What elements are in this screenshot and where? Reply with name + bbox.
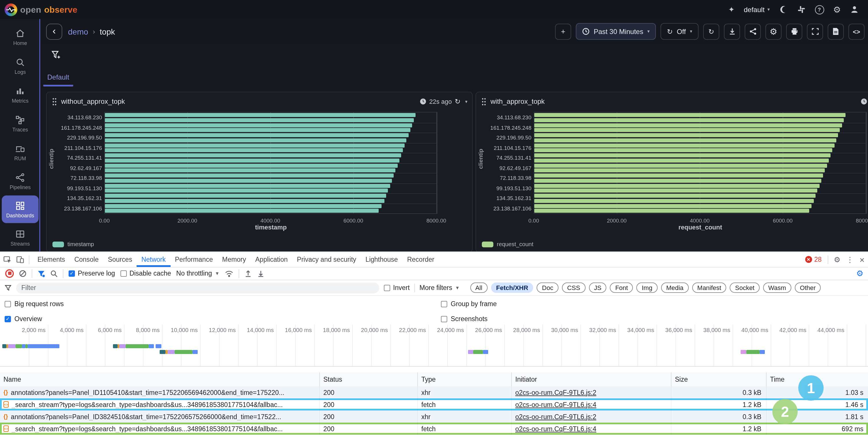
devtools-tab-elements[interactable]: Elements [33,252,70,267]
device-toolbar-icon[interactable] [16,255,24,263]
time-range-selector[interactable]: Past 30 Minutes ▾ [576,23,656,40]
initiator-link[interactable]: o2cs-oo-rum.CqF-9TL6.js:4 [515,401,596,408]
network-settings-gear-icon[interactable]: ⚙ [856,269,863,278]
back-button[interactable]: ‹ [46,23,62,39]
column-header-initiator[interactable]: Initiator [512,372,672,386]
search-icon[interactable] [50,270,58,277]
network-request-row[interactable]: <>_search_stream?type=logs&search_type=d… [0,423,868,435]
refresh-button[interactable]: ↻ [703,23,719,39]
settings-gear-icon[interactable]: ⚙ [833,5,841,14]
fullscreen-button[interactable] [807,23,823,39]
network-conditions-icon[interactable] [224,270,233,277]
chart-legend[interactable]: request_count [482,241,533,247]
sidebar-item-logs[interactable]: Logs [0,51,40,80]
chart-legend[interactable]: timestamp [53,241,94,247]
sidebar-item-streams[interactable]: Streams [0,223,40,252]
sidebar-item-home[interactable]: Home [0,23,40,51]
column-header-name[interactable]: Name [0,372,320,386]
error-count-badge[interactable]: ✕ 28 [805,256,822,263]
big-request-rows-checkbox[interactable]: Big request rows [5,300,64,307]
auto-refresh-selector[interactable]: ↻ Off ▾ [660,23,699,40]
clear-network-log-button[interactable] [19,270,27,277]
tab-default[interactable]: Default [43,73,73,87]
add-filter-button[interactable] [51,50,61,60]
devtools-tab-lighthouse[interactable]: Lighthouse [361,252,403,267]
filter-toggle-icon[interactable] [37,270,45,277]
slack-icon[interactable] [797,5,805,14]
filter-chip-manifest[interactable]: Manifest [692,282,726,293]
filter-chip-font[interactable]: Font [610,282,633,293]
throttling-selector[interactable]: No throttling ▼ [176,270,220,277]
refresh-icon[interactable]: ↻ [455,97,461,105]
invert-checkbox[interactable]: Invert [384,284,410,291]
code-view-button[interactable]: <> [848,23,865,39]
preserve-log-checkbox[interactable]: ✓ Preserve log [69,270,115,277]
add-panel-button[interactable]: + [555,23,571,39]
column-header-status[interactable]: Status [320,372,418,386]
sidebar-item-rum[interactable]: RUM [0,138,40,167]
filter-chip-socket[interactable]: Socket [730,282,760,293]
filter-chip-wasm[interactable]: Wasm [763,282,792,293]
filter-chip-img[interactable]: Img [637,282,658,293]
user-icon[interactable] [850,5,859,14]
org-selector[interactable]: default ▾ [744,5,770,13]
column-header-size[interactable]: Size [672,372,767,386]
filter-chip-all[interactable]: All [470,282,487,293]
initiator-link[interactable]: o2cs-oo-rum.CqF-9TL6.js:4 [515,425,596,432]
panel-settings-button[interactable]: ⚙ [766,23,781,39]
close-icon[interactable]: × [859,254,865,264]
filter-chip-doc[interactable]: Doc [537,282,558,293]
devtools-tab-network[interactable]: Network [137,252,170,267]
devtools-tab-memory[interactable]: Memory [218,252,251,267]
export-har-icon[interactable] [257,270,264,277]
initiator-link[interactable]: o2cs-oo-rum.CqF-9TL6.js:2 [515,413,596,420]
filter-chip-fetch-xhr[interactable]: Fetch/XHR [491,282,533,293]
network-overview-timeline[interactable]: 2,000 ms4,000 ms6,000 ms8,000 ms10,000 m… [0,324,868,367]
sidebar-item-traces[interactable]: Traces [0,109,40,138]
initiator-link[interactable]: o2cs-oo-rum.CqF-9TL6.js:2 [515,389,596,396]
help-icon[interactable]: ? [815,5,824,14]
print-button[interactable] [786,23,802,39]
filter-chip-js[interactable]: JS [589,282,607,293]
network-request-row[interactable]: <>_search_stream?type=logs&search_type=d… [0,398,868,410]
filter-chip-other[interactable]: Other [795,282,821,293]
filter-chip-css[interactable]: CSS [562,282,585,293]
drag-handle-icon[interactable] [53,98,57,105]
report-button[interactable] [828,23,844,39]
sidebar-item-dashboards[interactable]: Dashboards [2,195,39,223]
drag-handle-icon[interactable] [482,98,486,105]
devtools-tab-privacy-and-security[interactable]: Privacy and security [292,252,361,267]
devtools-tab-application[interactable]: Application [251,252,292,267]
devtools-tab-console[interactable]: Console [70,252,103,267]
devtools-settings-icon[interactable]: ⚙ [834,255,840,264]
export-button[interactable] [724,23,740,39]
network-request-row[interactable]: {}annotations?panels=Panel_ID1105410&sta… [0,386,868,398]
sparkle-icon[interactable]: ✦ [728,5,735,14]
chevron-down-icon[interactable]: ▾ [465,99,467,104]
chart-bar [534,194,815,198]
devtools-tab-recorder[interactable]: Recorder [403,252,439,267]
filter-chip-media[interactable]: Media [661,282,689,293]
devtools-tab-sources[interactable]: Sources [103,252,136,267]
kebab-menu-icon[interactable]: ⋮ [846,255,854,264]
breadcrumb-folder[interactable]: demo [68,27,88,36]
network-request-row[interactable]: {}annotations?panels=Panel_ID3824510&sta… [0,410,868,423]
share-button[interactable] [745,23,761,39]
screenshots-checkbox[interactable]: Screenshots [441,315,488,322]
column-header-type[interactable]: Type [418,372,512,386]
record-network-log-button[interactable] [5,269,14,278]
inspect-element-icon[interactable] [3,255,11,263]
waterfall-segment [192,350,198,354]
import-har-icon[interactable] [244,270,252,277]
sidebar-item-metrics[interactable]: Metrics [0,80,40,109]
disable-cache-checkbox[interactable]: Disable cache [120,270,171,277]
filter-input[interactable]: Filter [16,282,379,293]
openobserve-logo: openobserve [0,3,77,16]
group-by-frame-checkbox[interactable]: Group by frame [441,300,497,307]
sidebar-item-pipelines[interactable]: Pipelines [0,167,40,195]
request-initiator-cell: o2cs-oo-rum.CqF-9TL6.js:2 [512,386,672,398]
devtools-tab-performance[interactable]: Performance [170,252,218,267]
dark-mode-toggle-icon[interactable] [779,5,787,14]
more-filters-button[interactable]: More filters ▼ [420,284,460,291]
overview-checkbox[interactable]: ✓ Overview [5,315,42,322]
